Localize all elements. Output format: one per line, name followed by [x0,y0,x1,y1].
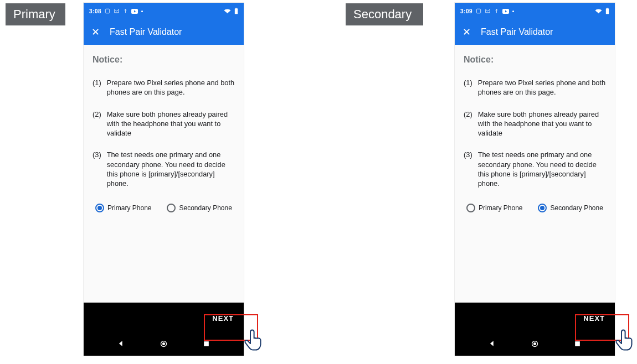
antenna-icon [494,8,499,14]
notice-item: Make sure both phones already paired wit… [93,110,235,138]
screenshot-icon [476,8,481,14]
svg-rect-2 [235,8,238,14]
status-bar: 3:08 [84,3,244,19]
radio-secondary-phone[interactable]: Secondary Phone [167,204,232,212]
pointer-hand-icon [614,329,636,356]
battery-icon [234,8,238,14]
notice-item: Make sure both phones already paired wit… [464,110,606,138]
notice-heading: Notice: [464,55,606,65]
radio-label: Primary Phone [479,204,522,212]
notice-item: Prepare two Pixel series phone and both … [464,78,606,97]
radio-icon [466,204,475,212]
status-bar: 3:09 [455,3,615,19]
svg-rect-0 [105,9,110,13]
battery-icon [605,8,609,14]
notice-item: The test needs one primary and one secon… [93,150,235,188]
svg-rect-13 [575,341,580,346]
more-dot-icon [512,11,514,12]
svg-rect-6 [204,341,209,346]
radio-primary-phone[interactable]: Primary Phone [466,204,522,212]
next-button[interactable]: NEXT [212,314,234,323]
radio-label: Secondary Phone [179,204,232,212]
app-title: Fast Pair Validator [481,27,553,37]
content-area: Notice: Prepare two Pixel series phone a… [84,45,244,303]
nav-home-icon[interactable] [160,340,168,350]
nav-back-icon[interactable] [489,340,496,350]
youtube-icon [131,9,138,14]
notice-item: The test needs one primary and one secon… [464,150,606,188]
phone-primary: 3:08 ✕ Fast Pair Validato [83,2,244,356]
radio-label: Secondary Phone [550,204,603,212]
pointer-hand-icon [243,329,265,356]
nav-recents-icon[interactable] [203,340,210,350]
next-button[interactable]: NEXT [583,314,605,323]
radio-icon [538,204,547,212]
gmail-icon [114,8,120,14]
notice-list: Prepare two Pixel series phone and both … [93,78,235,188]
bottom-bar: NEXT [84,303,244,334]
radio-icon [95,204,104,212]
notice-heading: Notice: [93,55,235,65]
youtube-icon [502,9,509,14]
phone-secondary: 3:09 ✕ Fast Pair Validato [454,2,615,356]
notice-item: Prepare two Pixel series phone and both … [93,78,235,97]
radio-group: Primary Phone Secondary Phone [464,204,606,212]
content-area: Notice: Prepare two Pixel series phone a… [455,45,615,303]
wifi-icon [595,8,602,14]
radio-group: Primary Phone Secondary Phone [93,204,235,212]
android-nav-bar [455,334,615,356]
gmail-icon [485,8,491,14]
svg-rect-10 [607,8,608,8]
antenna-icon [123,8,128,14]
more-dot-icon [141,11,143,12]
svg-point-5 [162,342,165,345]
svg-rect-3 [235,8,237,8]
app-bar: ✕ Fast Pair Validator [84,19,244,45]
status-time: 3:09 [460,8,472,14]
nav-home-icon[interactable] [531,340,539,350]
bottom-bar: NEXT [455,303,615,334]
nav-back-icon[interactable] [117,340,125,350]
label-primary: Primary [6,3,65,25]
app-title: Fast Pair Validator [110,27,182,37]
nav-recents-icon[interactable] [574,340,581,350]
radio-primary-phone[interactable]: Primary Phone [95,204,151,212]
wifi-icon [224,8,231,14]
radio-label: Primary Phone [107,204,151,212]
close-icon[interactable]: ✕ [91,27,100,37]
app-bar: ✕ Fast Pair Validator [455,19,615,45]
close-icon[interactable]: ✕ [463,27,471,37]
notice-list: Prepare two Pixel series phone and both … [464,78,606,188]
screenshot-icon [105,8,110,14]
android-nav-bar [84,334,244,356]
radio-icon [167,204,176,212]
svg-rect-9 [606,8,609,14]
svg-rect-7 [476,9,481,13]
status-time: 3:08 [89,8,101,14]
svg-point-12 [533,342,536,345]
radio-secondary-phone[interactable]: Secondary Phone [538,204,603,212]
label-secondary: Secondary [346,3,423,25]
